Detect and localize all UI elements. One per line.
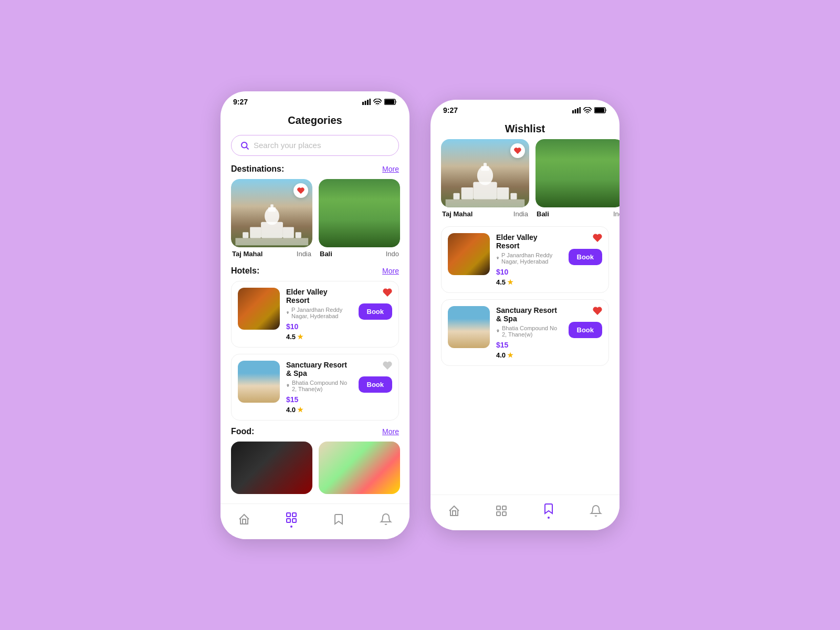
search-icon	[240, 141, 249, 150]
svg-rect-41	[502, 512, 506, 516]
wishlist-nav-active-dot	[548, 517, 550, 519]
bookmark-icon-2	[542, 502, 555, 515]
wishlist-dest-img-bali	[536, 139, 620, 207]
hotel-price: $15	[286, 395, 352, 404]
nav-bookmark[interactable]	[324, 509, 353, 530]
search-placeholder: Search your places	[254, 141, 321, 150]
food-header: Food: More	[220, 427, 410, 442]
hotel-address: Bhatia Compound No 2, Thane(w)	[292, 380, 352, 392]
svg-rect-12	[282, 227, 293, 238]
hotel-card-elder-valley: Elder Valley Resort P Janardhan Reddy Na…	[231, 281, 399, 348]
hotel-location: Bhatia Compound No 2, Thane(w)	[496, 325, 562, 338]
hotel-location: Bhatia Compound No 2, Thane(w)	[286, 380, 352, 392]
wishlist-book-sanctuary[interactable]: Book	[569, 322, 603, 338]
dest-heart-tajmahal[interactable]	[293, 183, 308, 198]
svg-rect-36	[484, 163, 487, 167]
hotel-price: $15	[496, 341, 562, 349]
wishlist-nav-home[interactable]	[439, 500, 469, 521]
dest-img-inner	[319, 179, 400, 247]
star-icon: ★	[297, 406, 303, 414]
svg-rect-11	[250, 227, 261, 238]
wishlist-hotel-actions-sanctuary: Book	[569, 306, 603, 338]
bell-icon	[380, 513, 392, 526]
hotel-name: Sanctuary Resort & Spa	[496, 306, 562, 323]
svg-rect-14	[295, 232, 301, 238]
wishlist-title: Wishlist	[430, 117, 620, 139]
taj-silhouette-2	[445, 160, 524, 207]
svg-rect-18	[287, 513, 290, 517]
wifi-icon-2	[583, 107, 592, 113]
dest-card-labels-tajmahal: Taj Mahal India	[231, 247, 312, 258]
dest-name: Bali	[537, 210, 549, 218]
rating-value: 4.5	[496, 278, 506, 286]
book-button-sanctuary[interactable]: Book	[359, 376, 393, 393]
food-img-1	[231, 442, 312, 494]
wishlist-hotel-heart-sanctuary[interactable]	[593, 306, 602, 318]
wishlist-dest-labels-taj: Taj Mahal India	[441, 207, 529, 218]
home-icon	[238, 513, 250, 526]
wishlist-hotel-heart-elder[interactable]	[593, 233, 602, 245]
hotel-heart-sanctuary[interactable]	[383, 361, 392, 372]
dest-img-bali	[319, 179, 400, 247]
hotels-more[interactable]: More	[382, 267, 399, 275]
wishlist-nav-categories[interactable]	[487, 500, 516, 521]
wishlist-hotel-img-sanctuary	[448, 306, 490, 348]
svg-rect-28	[595, 108, 604, 112]
dest-card-labels-bali: Bali Indo	[319, 247, 400, 258]
rating-value: 4.0	[496, 351, 506, 359]
destinations-more[interactable]: More	[382, 165, 399, 173]
hotels-title: Hotels:	[231, 266, 259, 276]
nav-home[interactable]	[229, 509, 259, 530]
page-title: Categories	[220, 108, 410, 131]
hotel-actions: Book	[359, 288, 393, 320]
star-icon: ★	[297, 333, 303, 341]
svg-rect-19	[292, 513, 296, 517]
hotel-heart-elder[interactable]	[383, 288, 392, 299]
wishlist-hotel-info-sanctuary: Sanctuary Resort & Spa Bhatia Compound N…	[496, 306, 562, 359]
wishlist-heart-taj[interactable]	[510, 143, 525, 158]
nav-active-dot	[290, 526, 292, 528]
nav-bell[interactable]	[371, 509, 401, 530]
svg-rect-25	[580, 107, 581, 113]
hotel-img-inner	[448, 233, 490, 275]
svg-rect-0	[362, 102, 364, 105]
hotel-address: P Janardhan Reddy Nagar, Hyderabad	[291, 307, 352, 319]
dest-country: Indo	[386, 250, 399, 258]
bell-icon-2	[590, 505, 602, 517]
nav-categories[interactable]	[277, 507, 306, 532]
food-title: Food:	[231, 427, 254, 436]
search-bar[interactable]: Search your places	[231, 135, 399, 156]
bookmark-icon	[332, 513, 345, 526]
hotel-img-inner	[238, 288, 280, 330]
hotel-rating: 4.0 ★	[286, 406, 352, 414]
dest-country: India	[297, 250, 311, 258]
wishlist-nav-bookmark[interactable]	[534, 498, 563, 523]
location-icon	[496, 255, 499, 261]
dest-name: Bali	[320, 250, 332, 258]
status-bar-2: 9:27	[430, 100, 620, 117]
food-card-1	[231, 442, 312, 494]
book-button-elder[interactable]: Book	[359, 303, 393, 320]
hotel-address: P Janardhan Reddy Nagar, Hyderabad	[501, 252, 562, 265]
wishlist-book-elder[interactable]: Book	[569, 249, 603, 265]
food-more[interactable]: More	[382, 427, 399, 436]
hotel-img-inner	[448, 306, 490, 348]
hotels-header: Hotels: More	[220, 266, 410, 281]
taj-mahal-silhouette	[235, 200, 309, 247]
wifi-icon	[373, 99, 382, 105]
svg-rect-30	[473, 182, 497, 199]
wishlist-hotel-info-elder: Elder Valley Resort P Janardhan Reddy Na…	[496, 233, 562, 286]
svg-rect-31	[461, 187, 474, 200]
svg-rect-23	[575, 109, 576, 113]
wishlist-nav-bell[interactable]	[581, 500, 611, 521]
svg-rect-33	[454, 193, 460, 200]
status-bar: 9:27	[220, 91, 410, 108]
bottom-nav	[220, 503, 410, 539]
hotel-actions: Book	[359, 361, 393, 393]
rating-value: 4.0	[286, 406, 296, 414]
dest-card-tajmahal: Taj Mahal India	[231, 179, 312, 258]
hotel-name: Sanctuary Resort & Spa	[286, 361, 352, 377]
svg-rect-2	[367, 100, 369, 105]
categories-icon	[285, 511, 298, 524]
svg-rect-22	[572, 110, 574, 113]
